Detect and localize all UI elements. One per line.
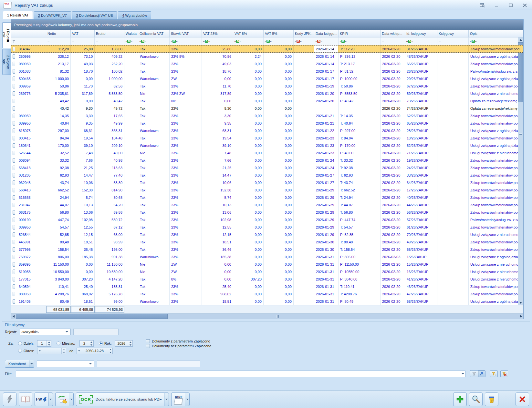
scroll-right-icon[interactable] [518,314,523,319]
table-row[interactable]: 180641170,0039,10209,10Warunkowo23%39,10… [11,142,523,149]
column-header-kpir[interactable]: KPiR [339,30,381,37]
table-row[interactable]: 03120562,9314,4777,40Tak23%14,470,000,00… [11,171,523,179]
row-checkbox-cell[interactable] [11,157,17,164]
table-row[interactable]: 5004651 000,000,001 000,00WarunkowoZW0,0… [11,75,523,82]
filter-cell-vat8[interactable]: aBc [233,37,264,45]
filter-cell-vat5[interactable]: aBc [264,37,294,45]
ksef-button[interactable]: KSeF [171,393,185,406]
vertical-scrollbar[interactable] [518,37,523,305]
row-checkbox-cell[interactable] [11,253,17,260]
row-checkbox-cell[interactable] [11,171,17,179]
kontrahent-select[interactable] [37,361,94,367]
tab-do-deklaracji-vat-ue[interactable]: 3Do deklaracji VAT-UE [72,11,117,19]
table-row[interactable]: 377995158,5436,46195,00Tak23%36,460,000,… [11,246,523,253]
radio-miesiac[interactable] [57,342,60,345]
row-checkbox-cell[interactable] [11,283,17,290]
chevron-down-icon[interactable] [461,371,465,377]
ksef-dropdown[interactable] [185,393,190,406]
horizontal-scroll-thumb[interactable] [16,314,168,319]
miesiac-stepper[interactable]: 2 [79,340,94,347]
column-header-odliczenia[interactable]: Odliczenia VAT [138,30,170,37]
table-row[interactable]: 08995014,353,3017,65Tak23%3,300,000,0020… [11,112,523,119]
column-header-sel[interactable] [11,30,17,37]
filter-cell-vat23[interactable]: aBc [202,37,233,45]
table-row[interactable]: 56841392,3821,25113,63Tak23%21,250,000,0… [11,164,523,171]
side-tab-rejestr-sprzedazy[interactable]: 2Rejestr spr. [2,49,11,75]
spin-up-icon[interactable] [89,341,93,343]
table-row[interactable]: 0899504 208,76968,025 176,78Tak23%968,02… [11,290,523,298]
table-row[interactable]: 815075297,0068,31365,31Warunkowo23%68,31… [11,127,523,134]
fw-button[interactable]: FW [35,393,48,406]
row-checkbox-cell[interactable] [11,105,17,112]
table-row[interactable]: 568413662,52152,38814,90Tak23%152,380,00… [11,186,523,194]
column-header-ksiegowy[interactable]: Księgowy [437,30,469,37]
column-header-stawki[interactable]: Stawki VAT [170,30,202,37]
table-row[interactable]: 44599180,4818,5198,99Tak23%18,510,000,00… [11,238,523,246]
radio-dzien[interactable] [18,342,22,345]
table-row[interactable]: 759372806,00185,38991,38Warunkowo23%185,… [11,253,523,260]
filter-funnel-button[interactable] [470,370,478,377]
table-row[interactable]: 06317556,8013,0669,86Tak23%13,060,000,00… [11,209,523,216]
filter-cell-data_ksiego[interactable]: aBc [314,37,339,45]
dzien-stepper[interactable]: 1 [37,340,51,347]
column-header-vat8[interactable]: VAT 8% [233,30,264,37]
filter-cell-id_ksiegowy[interactable]: aBc [405,37,437,45]
table-row[interactable]: 40,429,3049,72Tak23%9,300,000,002026-02-… [11,105,523,112]
fw-dropdown[interactable] [48,393,53,406]
open-button[interactable] [469,393,483,406]
filter-cell-waluta[interactable]: aBc [124,37,138,45]
table-row[interactable]: 52654432,527,4840,00Nie23%7,480,000,0020… [11,149,523,157]
row-checkbox-cell[interactable] [11,112,17,119]
radio-rok[interactable] [99,342,103,345]
row-checkbox-cell[interactable] [11,142,17,149]
spin-down-icon[interactable] [47,343,51,346]
chevron-down-icon[interactable] [37,350,42,352]
row-checkbox-cell[interactable] [11,67,17,75]
spin-up-icon[interactable] [47,341,51,343]
table-row[interactable]: 00995950,8611,7062,56Tak23%11,700,000,00… [11,82,523,90]
filter-cell-kpir[interactable]: aBc [339,37,381,45]
ocr-dropdown[interactable] [164,393,169,406]
exchange-dropdown[interactable] [69,393,74,406]
row-checkbox-cell[interactable] [11,60,17,67]
table-row[interactable]: 314847112,2025,80138,00Tak23%25,800,000,… [11,45,523,53]
row-checkbox-cell[interactable] [11,268,17,275]
okres-from-date[interactable] [37,348,66,354]
table-row[interactable]: 00108381,3218,70100,02Tak23%18,700,000,0… [11,67,523,75]
row-checkbox-cell[interactable] [11,75,17,82]
column-header-vat5[interactable]: VAT 5% [264,30,294,37]
kontrahent-name-field[interactable] [97,361,200,367]
filter-cell-id[interactable] [17,37,46,45]
checkbox-zaplacono-with[interactable]: Dokumenty z parametrem Zapłacono [146,339,211,343]
filtr-input[interactable] [16,371,465,377]
column-header-netto[interactable]: Netto [46,30,71,37]
row-checkbox-cell[interactable] [11,216,17,223]
okres-to-date[interactable]: 2050-12-28 [77,348,113,354]
table-row[interactable]: 1770153 840,00307,204 147,20Tak8%0,00307… [11,275,523,283]
row-checkbox-cell[interactable] [11,119,17,127]
column-header-opis[interactable]: Opis [469,30,523,37]
filter-clear-button[interactable] [500,370,508,377]
table-row[interactable]: 40,420,0040,42TakNP0,000,000,002026-01-2… [11,97,523,105]
kontrahent-button[interactable]: Kontrahent [5,360,34,368]
spin-down-icon[interactable] [62,351,66,354]
row-checkbox-cell[interactable] [11,209,17,216]
filter-cell-ksiegowy[interactable]: = [437,37,469,45]
row-checkbox-cell[interactable] [11,275,17,283]
row-checkbox-cell[interactable] [11,223,17,231]
row-checkbox-cell[interactable] [11,246,17,253]
filter-cell-odliczenia[interactable]: aBc [138,37,170,45]
table-row[interactable]: 23104744,0710,1354,20Tak23%10,130,000,00… [11,201,523,209]
book-button[interactable] [19,393,32,406]
row-checkbox-cell[interactable] [11,82,17,90]
table-row[interactable]: 009190447,74102,98550,72Tak23%102,980,00… [11,216,523,223]
column-header-data_wklep[interactable]: Data wklep... [381,30,405,37]
table-row[interactable]: 08995054,5712,5567,12Tak23%12,550,000,00… [11,223,523,231]
column-header-vat23[interactable]: VAT 23% [202,30,233,37]
chevron-down-icon[interactable] [29,360,34,367]
ocr-add-invoice-button[interactable]: OCR Dodaj fakturę ze zdjęcia, skanu lub … [76,393,164,406]
column-header-id_ksiegowy[interactable]: Id. księgowy [405,30,437,37]
row-checkbox-cell[interactable] [11,238,17,246]
table-row[interactable]: 640594110,4125,40135,81Tak23%25,400,000,… [11,283,523,290]
close-button[interactable] [521,2,528,8]
